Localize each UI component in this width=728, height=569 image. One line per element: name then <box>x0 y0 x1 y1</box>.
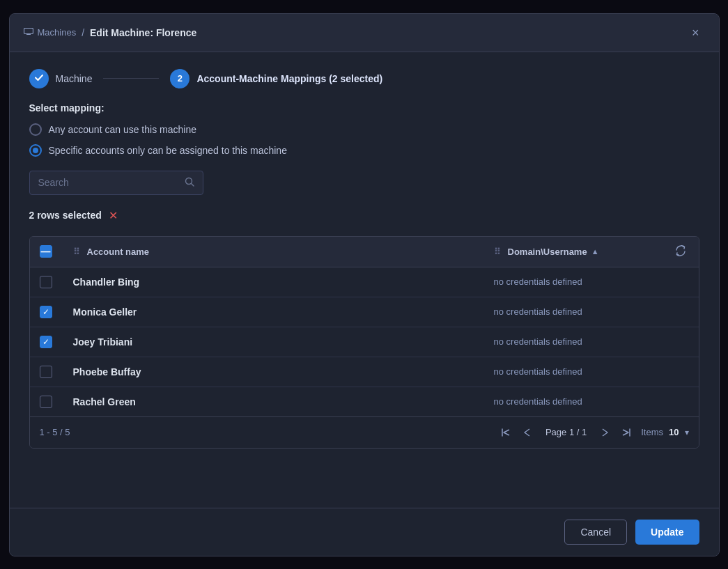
td-checkbox-3[interactable]: ✓ <box>30 327 63 357</box>
radio-group: Any account can use this machine Specifi… <box>29 123 699 157</box>
breadcrumb-machines-label: Machines <box>38 27 77 38</box>
step-2-label: Account-Machine Mappings (2 selected) <box>196 73 382 84</box>
modal-footer: Cancel Update <box>10 508 719 556</box>
stepper: Machine 2 Account-Machine Mappings (2 se… <box>29 69 699 88</box>
table-header: — ⠿ Account name ⠿ Domain\Username ▲ <box>30 237 699 267</box>
row-checkbox-5[interactable] <box>40 396 52 408</box>
td-checkbox-4[interactable] <box>30 357 63 387</box>
cancel-button[interactable]: Cancel <box>564 520 627 545</box>
search-input[interactable] <box>38 177 179 188</box>
td-credentials-5: no credentials defined <box>484 388 665 415</box>
mapping-section: Select mapping: Any account can use this… <box>29 102 699 157</box>
row-checkbox-1[interactable] <box>40 276 52 288</box>
th-account-name-label: Account name <box>87 247 150 257</box>
step-2-number: 2 <box>178 73 183 84</box>
svg-rect-0 <box>24 29 33 34</box>
table-row: ✓ Monica Geller no credentials defined <box>30 297 699 327</box>
items-label: Items <box>641 427 663 437</box>
table-container: — ⠿ Account name ⠿ Domain\Username ▲ <box>29 236 699 449</box>
row-checkbox-4[interactable] <box>40 366 52 378</box>
breadcrumb-title: Edit Machine: Florence <box>90 27 196 38</box>
close-button[interactable]: × <box>686 24 705 42</box>
first-page-button[interactable] <box>495 424 516 441</box>
page-nav-group: Page 1 / 1 <box>495 424 637 441</box>
step-line <box>103 78 159 79</box>
items-chevron-icon: ▾ <box>685 428 689 437</box>
search-icon <box>185 177 194 189</box>
row-checkbox-3[interactable]: ✓ <box>40 336 52 348</box>
rows-selected-text: 2 rows selected <box>29 210 102 221</box>
step-1-label: Machine <box>56 73 93 84</box>
section-title: Select mapping: <box>29 102 699 114</box>
td-checkbox-5[interactable] <box>30 387 63 416</box>
td-name-1: Chandler Bing <box>63 268 484 296</box>
items-value: 10 <box>669 427 679 437</box>
svg-line-4 <box>191 183 194 186</box>
td-name-2: Monica Geller <box>63 298 484 326</box>
radio-option-2[interactable]: Specific accounts only can be assigned t… <box>29 144 699 157</box>
radio-outer-2 <box>29 144 42 157</box>
check-mark: ✓ <box>42 308 49 316</box>
td-actions-2 <box>665 304 699 320</box>
td-actions-3 <box>665 334 699 350</box>
modal: Machines / Edit Machine: Florence × <box>9 13 720 556</box>
td-actions-4 <box>665 364 699 380</box>
pagination: 1 - 5 / 5 Page <box>30 416 699 448</box>
th-domain-username-label: Domain\Username <box>508 247 587 257</box>
page-label: Page 1 / 1 <box>537 427 595 437</box>
td-checkbox-2[interactable]: ✓ <box>30 297 63 327</box>
table-row: Phoebe Buffay no credentials defined <box>30 357 699 387</box>
clear-selection-icon[interactable]: ✕ <box>109 209 118 222</box>
td-name-4: Phoebe Buffay <box>63 358 484 386</box>
table-rows: Chandler Bing no credentials defined ✓ M… <box>30 267 699 416</box>
modal-body: Machine 2 Account-Machine Mappings (2 se… <box>10 52 719 508</box>
td-name-5: Rachel Green <box>63 388 484 416</box>
td-actions-1 <box>665 274 699 290</box>
td-credentials-1: no credentials defined <box>484 268 665 295</box>
td-name-3: Joey Tribiani <box>63 328 484 356</box>
step-2-circle: 2 <box>170 69 189 88</box>
breadcrumb: Machines / Edit Machine: Florence <box>24 27 686 38</box>
th-refresh[interactable] <box>665 237 699 267</box>
th-account-name: ⠿ Account name <box>63 237 484 267</box>
update-button[interactable]: Update <box>635 520 699 545</box>
radio-outer-1 <box>29 123 42 136</box>
sort-asc-icon: ▲ <box>591 247 599 256</box>
row-checkbox-2[interactable]: ✓ <box>40 306 52 318</box>
step-1-circle <box>29 69 49 88</box>
radio-option-1[interactable]: Any account can use this machine <box>29 123 699 136</box>
th-checkbox[interactable]: — <box>30 237 63 267</box>
breadcrumb-machines: Machines <box>24 27 77 38</box>
drag-handle-icon: ⠿ <box>73 247 80 257</box>
radio-inner-2 <box>33 148 38 153</box>
modal-overlay: Machines / Edit Machine: Florence × <box>0 0 728 569</box>
th-domain-username[interactable]: ⠿ Domain\Username ▲ <box>484 237 665 267</box>
rows-selected-bar: 2 rows selected ✕ <box>29 209 699 222</box>
last-page-button[interactable] <box>616 424 637 441</box>
drag-handle-icon-2: ⠿ <box>494 247 501 257</box>
next-page-button[interactable] <box>596 424 614 441</box>
step-1: Machine <box>29 69 93 88</box>
radio-label-1: Any account can use this machine <box>49 124 196 135</box>
table-row: Rachel Green no credentials defined <box>30 387 699 416</box>
td-credentials-2: no credentials defined <box>484 298 665 325</box>
indeterminate-icon: — <box>41 247 51 256</box>
refresh-icon[interactable] <box>675 245 686 258</box>
step-2: 2 Account-Machine Mappings (2 selected) <box>170 69 382 88</box>
table-row: Chandler Bing no credentials defined <box>30 267 699 297</box>
header-checkbox[interactable]: — <box>40 245 52 258</box>
prev-page-button[interactable] <box>518 424 536 441</box>
table-row: ✓ Joey Tribiani no credentials defined <box>30 327 699 357</box>
monitor-icon <box>24 27 33 38</box>
step-1-icon <box>34 72 44 84</box>
modal-header: Machines / Edit Machine: Florence × <box>10 14 719 52</box>
td-checkbox-1[interactable] <box>30 267 63 297</box>
td-credentials-4: no credentials defined <box>484 358 665 385</box>
check-mark: ✓ <box>42 338 49 346</box>
search-bar <box>29 171 203 195</box>
td-actions-5 <box>665 393 699 410</box>
items-selector[interactable]: Items 10 ▾ <box>641 427 688 437</box>
td-credentials-3: no credentials defined <box>484 328 665 355</box>
breadcrumb-separator: / <box>82 27 84 38</box>
radio-label-2: Specific accounts only can be assigned t… <box>49 145 287 156</box>
